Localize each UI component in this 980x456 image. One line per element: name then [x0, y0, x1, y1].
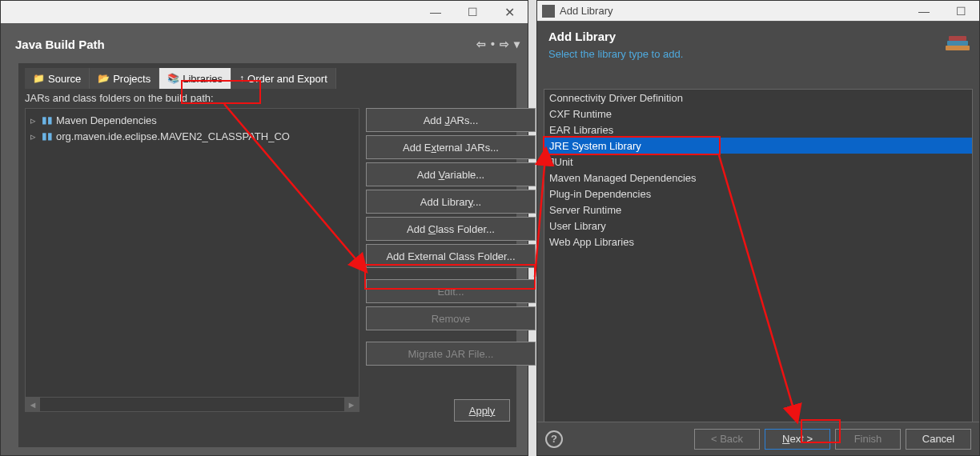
library-option[interactable]: Plug-in Dependencies [544, 186, 972, 202]
finish-button: Finish [835, 429, 901, 450]
edit-button: Edit... [366, 279, 536, 303]
wizard-bottom-bar: ? < Back Next > Finish Cancel [537, 422, 979, 455]
tree-item-label: Maven Dependencies [56, 114, 157, 126]
tab-label: Order and Export [247, 73, 327, 85]
library-option[interactable]: Web App Libraries [544, 234, 972, 250]
cancel-button[interactable]: Cancel [906, 429, 971, 450]
left-body: 📁Source📂Projects📚Libraries↕Order and Exp… [18, 63, 516, 447]
tree-item[interactable]: ▹▮▮org.maven.ide.eclipse.MAVEN2_CLASSPAT… [30, 128, 354, 144]
next-button[interactable]: Next > [765, 429, 830, 450]
minimize-button[interactable]: — [906, 1, 942, 22]
nav-forward-icon[interactable]: ⇨ [500, 38, 509, 50]
tab-source[interactable]: 📁Source [25, 68, 90, 89]
right-titlebar: Add Library — ☐ [537, 1, 979, 22]
window-icon [542, 5, 555, 18]
tab-order-and-export[interactable]: ↕Order and Export [231, 68, 336, 89]
tree-panel: ▹▮▮Maven Dependencies▹▮▮org.maven.ide.ec… [25, 108, 359, 412]
tab-label: Libraries [183, 73, 223, 85]
svg-rect-0 [946, 46, 970, 50]
tree-content: ▹▮▮Maven Dependencies▹▮▮org.maven.ide.ec… [26, 109, 359, 397]
side-buttons: Add JARs... Add External JARs... Add Var… [366, 108, 536, 366]
library-option[interactable]: CXF Runtime [544, 106, 972, 122]
migrate-jar-button: Migrate JAR File... [366, 342, 536, 366]
add-library-window: Add Library — ☐ Add Library Select the l… [536, 0, 980, 456]
tab-projects[interactable]: 📂Projects [90, 68, 159, 89]
remove-button: Remove [366, 306, 536, 330]
library-option[interactable]: JRE System Library [544, 138, 972, 154]
java-build-path-window: — ☐ ✕ Java Build Path ⇦ • ⇨ ▾ 📁Source📂Pr… [0, 0, 528, 456]
tree-item-label: org.maven.ide.eclipse.MAVEN2_CLASSPATH_C… [56, 130, 290, 142]
books-icon [942, 30, 974, 62]
library-option[interactable]: EAR Libraries [544, 122, 972, 138]
library-type-list[interactable]: Connectivity Driver DefinitionCXF Runtim… [544, 89, 973, 425]
maximize-button[interactable]: ☐ [942, 1, 979, 22]
left-header: Java Build Path ⇦ • ⇨ ▾ [15, 33, 520, 55]
left-titlebar: — ☐ ✕ [1, 1, 528, 23]
library-icon: ▮▮ [42, 130, 53, 142]
library-option[interactable]: Server Runtime [544, 202, 972, 218]
source-icon: 📁 [33, 73, 45, 84]
right-body: Add Library Select the library type to a… [537, 22, 979, 455]
add-library-button[interactable]: Add Library... [366, 190, 536, 214]
help-icon[interactable]: ? [545, 430, 563, 448]
back-button: < Back [694, 429, 760, 450]
add-variable-button[interactable]: Add Variable... [366, 162, 536, 186]
nav-dot: • [491, 38, 495, 50]
add-class-folder-button[interactable]: Add Class Folder... [366, 217, 536, 241]
projects-icon: 📂 [98, 73, 110, 84]
tab-libraries[interactable]: 📚Libraries [159, 68, 231, 89]
library-option[interactable]: Connectivity Driver Definition [544, 90, 972, 106]
header-subtitle: Select the library type to add. [548, 48, 968, 60]
expand-icon[interactable]: ▹ [30, 130, 38, 142]
add-external-jars-button[interactable]: Add External JARs... [366, 135, 536, 159]
nav-menu-icon[interactable]: ▾ [514, 38, 520, 50]
svg-rect-2 [949, 36, 966, 41]
right-header: Add Library Select the library type to a… [537, 22, 979, 70]
maximize-button[interactable]: ☐ [454, 1, 491, 23]
close-button[interactable]: ✕ [491, 1, 528, 23]
library-option[interactable]: Maven Managed Dependencies [544, 170, 972, 186]
window-title: Add Library [560, 5, 612, 17]
svg-rect-1 [947, 41, 968, 46]
library-option[interactable]: JUnit [544, 154, 972, 170]
expand-icon[interactable]: ▹ [30, 114, 38, 126]
tabs-row: 📁Source📂Projects📚Libraries↕Order and Exp… [25, 68, 336, 89]
jars-label: JARs and class folders on the build path… [25, 92, 214, 104]
library-option[interactable]: User Library [544, 218, 972, 234]
nav-back-icon[interactable]: ⇦ [476, 38, 486, 50]
header-title: Add Library [548, 30, 968, 43]
minimize-button[interactable]: — [417, 1, 454, 23]
library-icon: ▮▮ [42, 114, 53, 126]
tree-item[interactable]: ▹▮▮Maven Dependencies [30, 112, 354, 128]
add-jars-button[interactable]: Add JARs... [366, 108, 536, 132]
tab-label: Source [48, 73, 81, 85]
nav-arrows: ⇦ • ⇨ ▾ [476, 38, 520, 50]
page-title: Java Build Path [15, 38, 105, 51]
add-external-class-folder-button[interactable]: Add External Class Folder... [366, 244, 536, 268]
apply-button[interactable]: Apply [454, 399, 510, 422]
order-icon: ↕ [239, 73, 244, 84]
libraries-icon: 📚 [167, 73, 179, 84]
tab-label: Projects [113, 73, 151, 85]
